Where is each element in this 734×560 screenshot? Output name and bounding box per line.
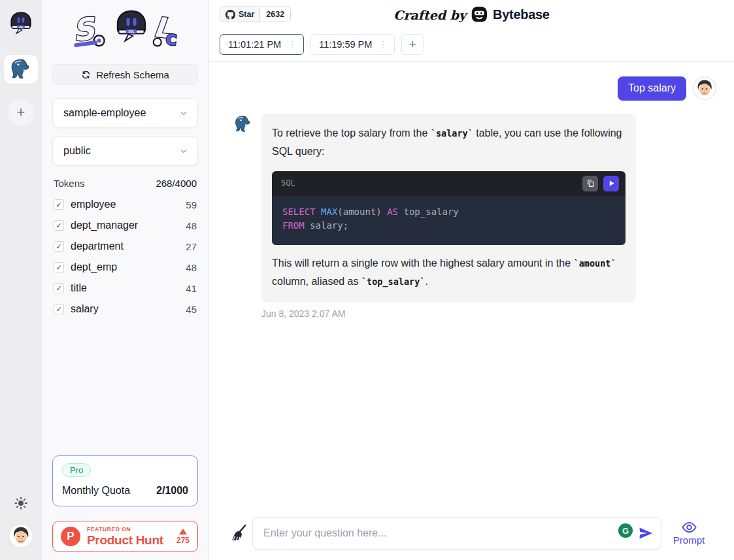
copy-code-button[interactable] <box>582 176 598 191</box>
table-list-item[interactable]: ✓dept_emp48 <box>52 257 198 278</box>
table-token-count: 45 <box>186 304 197 315</box>
table-list-item[interactable]: ✓dept_manager48 <box>52 215 198 236</box>
refresh-schema-button[interactable]: Refresh Schema <box>52 64 198 85</box>
schema-sidebar: S L c Refresh Schema <box>42 0 209 560</box>
refresh-schema-label: Refresh Schema <box>96 69 169 80</box>
tokens-label: Tokens <box>54 178 85 189</box>
table-checkbox[interactable]: ✓ <box>54 304 64 314</box>
ph-upvotes: 275 <box>176 529 190 545</box>
table-name: dept_emp <box>71 261 179 273</box>
copy-icon <box>586 179 595 188</box>
table-checkbox[interactable]: ✓ <box>54 199 64 210</box>
database-select[interactable]: sample-employee <box>52 98 198 128</box>
clear-conversation-broom-icon[interactable] <box>230 524 247 542</box>
run-query-button[interactable] <box>603 176 619 191</box>
table-name: salary <box>71 303 179 315</box>
github-star-count: 2632 <box>259 7 290 22</box>
quota-card: Pro Monthly Quota 2/1000 <box>52 455 198 506</box>
refresh-icon <box>81 70 91 80</box>
table-list-item[interactable]: ✓salary45 <box>52 299 198 320</box>
conversation-tab-label: 11:01:21 PM <box>228 39 281 50</box>
upvote-triangle-icon <box>179 529 187 535</box>
message-list: Top salary To retrieve the top salary fr… <box>209 62 734 517</box>
table-name: department <box>71 240 179 252</box>
tab-menu-kebab-icon[interactable]: ⋮ <box>286 39 298 50</box>
plan-badge: Pro <box>62 463 91 477</box>
svg-text:c: c <box>164 26 178 50</box>
new-conversation-button[interactable]: + <box>401 34 424 55</box>
connection-item-postgres[interactable] <box>4 55 38 84</box>
table-list: ✓employee59✓dept_manager48✓department27✓… <box>52 194 198 320</box>
table-token-count: 27 <box>186 241 197 252</box>
send-button[interactable] <box>638 525 654 541</box>
play-icon <box>608 180 615 187</box>
ph-vote-count: 275 <box>176 536 190 545</box>
crafted-by-label: Crafted by <box>393 7 466 22</box>
product-hunt-icon: P <box>61 527 80 546</box>
schema-select[interactable]: public <box>52 136 198 166</box>
assistant-postgres-avatar <box>234 115 252 133</box>
composer: G Prompt <box>209 517 734 560</box>
plus-icon: + <box>409 37 416 52</box>
chevron-down-icon <box>179 146 188 156</box>
conversation-tab[interactable]: 11:19:59 PM⋮ <box>310 34 395 55</box>
crafted-by-brand[interactable]: Crafted by Bytebase <box>393 7 549 23</box>
quota-value: 2/1000 <box>156 485 188 497</box>
prompt-button-label: Prompt <box>673 535 705 546</box>
sql-chat-app: + S L <box>0 0 734 560</box>
assistant-outro-text: This will return a single row with the h… <box>272 254 626 291</box>
assistant-message-row: To retrieve the top salary from the `sal… <box>234 114 734 303</box>
table-list-item[interactable]: ✓title41 <box>52 278 198 299</box>
table-name: title <box>71 282 179 294</box>
sql-code[interactable]: SELECT MAX(amount) AS top_salary FROM sa… <box>272 196 626 245</box>
conversation-tab[interactable]: 11:01:21 PM⋮ <box>220 34 304 55</box>
github-icon <box>225 10 235 20</box>
postgresql-icon <box>10 58 32 80</box>
sql-code-block: SQL <box>272 171 626 245</box>
table-checkbox[interactable]: ✓ <box>54 220 64 231</box>
conversation-tab-label: 11:19:59 PM <box>319 39 372 50</box>
bytebase-brand-name: Bytebase <box>493 7 550 22</box>
add-connection-button[interactable]: + <box>8 99 34 125</box>
sqlchat-logo: S L c <box>52 4 198 54</box>
connection-rail: + <box>0 0 42 560</box>
github-star-button[interactable]: Star 2632 <box>220 7 291 22</box>
chat-main: Star 2632 Crafted by Bytebase 11:01:21 P… <box>209 0 734 560</box>
bytebase-logo-icon <box>471 7 488 23</box>
question-input[interactable] <box>252 517 661 550</box>
user-message-row: Top salary <box>209 76 716 101</box>
table-token-count: 48 <box>186 220 197 231</box>
conversation-tab-bar: 11:01:21 PM⋮11:19:59 PM⋮ + <box>209 29 734 61</box>
table-checkbox[interactable]: ✓ <box>54 262 64 272</box>
prompt-button[interactable]: Prompt <box>671 521 707 546</box>
table-name: employee <box>71 199 179 210</box>
tab-menu-kebab-icon[interactable]: ⋮ <box>377 39 389 50</box>
theme-toggle-sun-icon[interactable] <box>14 496 28 510</box>
tokens-summary: Tokens 268/4000 <box>52 178 198 189</box>
table-checkbox[interactable]: ✓ <box>54 241 64 252</box>
question-input-wrap: G <box>252 517 661 550</box>
main-header: Star 2632 Crafted by Bytebase <box>209 0 734 29</box>
ph-name-label: Product Hunt <box>87 533 170 548</box>
account-avatar[interactable] <box>8 523 33 548</box>
sqlchat-bot-icon[interactable] <box>8 10 33 37</box>
user-avatar <box>693 76 716 100</box>
table-token-count: 41 <box>186 283 197 294</box>
table-checkbox[interactable]: ✓ <box>54 283 64 293</box>
ph-featured-label: FEATURED ON <box>87 526 170 533</box>
grammarly-icon[interactable]: G <box>618 523 633 538</box>
eye-icon <box>682 521 697 534</box>
table-list-item[interactable]: ✓department27 <box>52 236 198 257</box>
assistant-message-bubble: To retrieve the top salary from the `sal… <box>261 114 636 303</box>
plus-icon: + <box>17 104 25 121</box>
table-token-count: 48 <box>186 262 197 273</box>
table-name: dept_manager <box>71 220 179 231</box>
user-message-bubble: Top salary <box>618 76 686 101</box>
message-timestamp: Jun 8, 2023 2:07 AM <box>261 308 734 319</box>
code-language-label: SQL <box>281 176 295 190</box>
table-list-item[interactable]: ✓employee59 <box>52 194 198 215</box>
sidebar-spacer <box>52 320 198 455</box>
product-hunt-badge[interactable]: P FEATURED ON Product Hunt 275 <box>52 521 198 552</box>
chevron-down-icon <box>179 108 188 118</box>
schema-select-value: public <box>63 145 91 157</box>
